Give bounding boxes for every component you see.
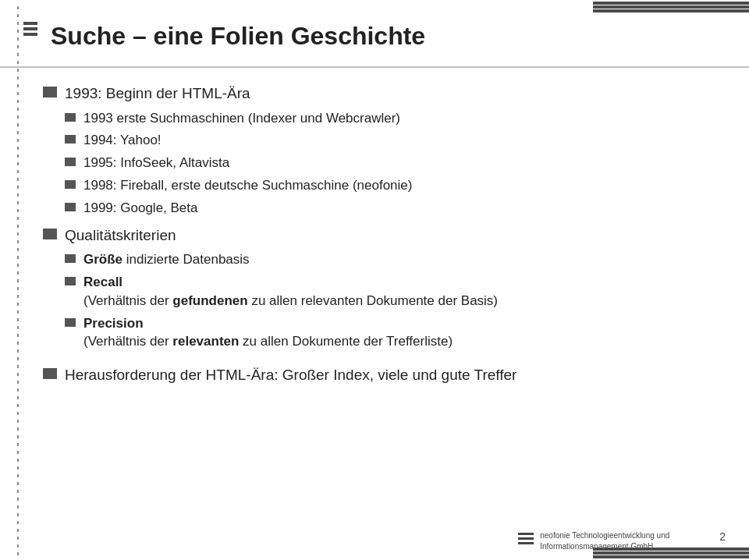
list-item: 1993 erste Suchmaschinen (Indexer und We… <box>65 109 706 128</box>
bullet-icon <box>65 135 76 144</box>
item-text: Größe indizierte Datenbasis <box>83 250 250 269</box>
list-item: Größe indizierte Datenbasis <box>65 250 706 269</box>
bold-text: Größe <box>83 252 122 267</box>
bullet-icon <box>43 229 57 239</box>
bullet-icon <box>65 180 76 189</box>
bullet-icon <box>65 254 76 263</box>
footer-logo <box>518 533 534 544</box>
bullet-icon <box>65 113 76 122</box>
item-text: Herausforderung der HTML-Ära: Großer Ind… <box>65 365 516 386</box>
bullet-icon <box>43 368 57 379</box>
bold-text: gefundenen <box>172 293 247 308</box>
list-item: 1995: InfoSeek, Altavista <box>65 154 706 172</box>
bullet-icon <box>65 318 76 327</box>
header-left-accent <box>23 22 37 36</box>
slide-title: Suche – eine Folien Geschichte <box>51 22 706 51</box>
list-item: 1994: Yahoo! <box>65 131 706 150</box>
item-text: 1993 erste Suchmaschinen (Indexer und We… <box>83 109 400 128</box>
slide: Suche – eine Folien Geschichte 1993: Beg… <box>0 0 749 560</box>
page-number: 2 <box>719 530 726 543</box>
item-text: 1995: InfoSeek, Altavista <box>83 154 229 172</box>
item-text: 1998: Fireball, erste deutsche Suchmasch… <box>83 176 412 195</box>
left-dots-decoration <box>14 0 22 560</box>
slide-header: Suche – eine Folien Geschichte <box>0 0 749 68</box>
footer-company-text: neofonie Technologieentwicklung und Info… <box>540 530 704 552</box>
list-item: 1993: Beginn der HTML-Ära <box>43 83 706 105</box>
item-text: 1999: Google, Beta <box>83 199 198 218</box>
list-item: Herausforderung der HTML-Ära: Großer Ind… <box>43 365 706 386</box>
list-item: Qualitätskriterien <box>43 225 706 246</box>
bold-text: relevanten <box>172 334 239 349</box>
bold-precision-text: Precision <box>83 316 144 331</box>
item-text: Precision (Verhältnis der relevanten zu … <box>83 314 453 352</box>
bold-text: Recall <box>83 275 122 289</box>
list-item: 1999: Google, Beta <box>65 199 706 218</box>
item-text: 1994: Yahoo! <box>83 131 162 150</box>
list-item: Recall (Verhältnis der gefundenen zu all… <box>65 273 706 310</box>
item-text: 1993: Beginn der HTML-Ära <box>65 83 250 105</box>
bullet-icon <box>65 203 76 211</box>
bullet-icon <box>43 87 57 97</box>
footer: neofonie Technologieentwicklung und Info… <box>518 530 726 552</box>
bullet-icon <box>65 158 76 166</box>
company-name: neofonie Technologieentwicklung und Info… <box>540 531 669 551</box>
item-text: Recall (Verhältnis der gefundenen zu all… <box>83 273 498 310</box>
bullet-icon <box>65 277 76 285</box>
item-text: Qualitätskriterien <box>65 225 176 246</box>
list-item: Precision (Verhältnis der relevanten zu … <box>65 314 706 352</box>
list-item: 1998: Fireball, erste deutsche Suchmasch… <box>65 176 706 195</box>
slide-content: 1993: Beginn der HTML-Ära 1993 erste Suc… <box>0 83 749 560</box>
